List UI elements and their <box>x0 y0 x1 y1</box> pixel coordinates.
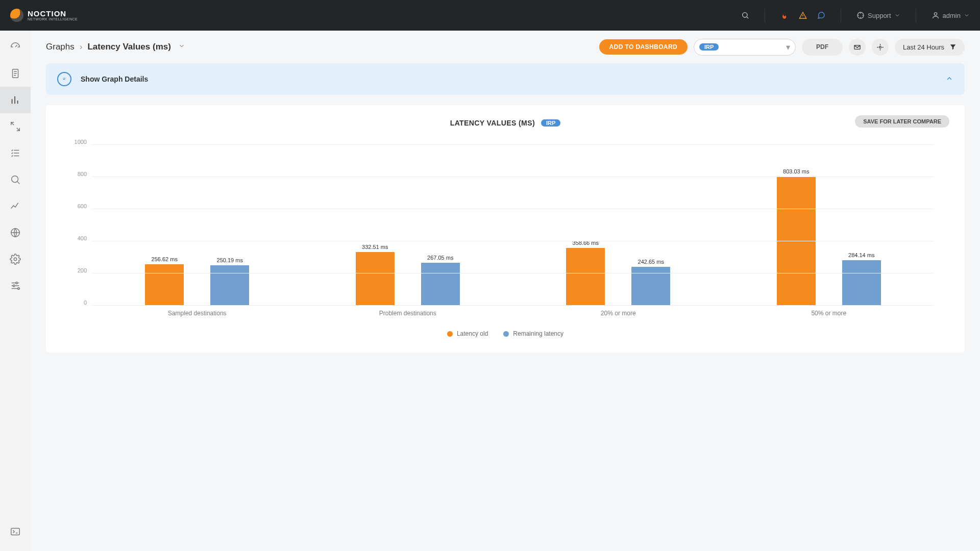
chart-bar[interactable]: 332.51 ms <box>356 252 395 306</box>
sidebar-item-settings[interactable] <box>0 246 31 272</box>
filter-icon <box>949 43 957 51</box>
chart-title: LATENCY VALUES (MS) <box>450 119 535 127</box>
sidebar-item-console[interactable] <box>0 518 31 545</box>
instance-badge: IRP <box>699 43 719 51</box>
support-menu[interactable]: Support <box>856 11 900 19</box>
breadcrumb-root[interactable]: Graphs <box>46 42 75 52</box>
y-tick-label: 200 <box>66 267 87 273</box>
breadcrumb-leaf[interactable]: Latency Values (ms) <box>87 42 170 52</box>
legend-dot-icon <box>447 331 453 337</box>
bar-value-label: 284.14 ms <box>848 252 874 260</box>
top-row: Graphs › Latency Values (ms) ADD TO DASH… <box>46 31 965 63</box>
bar-value-label: 250.19 ms <box>217 257 243 265</box>
y-tick-label: 400 <box>66 235 87 241</box>
chart-group: 358.66 ms242.65 ms20% or more <box>513 145 724 306</box>
x-category-label: Problem destinations <box>303 306 513 317</box>
chart-plot: 256.62 ms250.19 msSampled destinations33… <box>61 145 949 321</box>
bar-value-label: 242.65 ms <box>638 259 664 267</box>
chart-bar[interactable]: 250.19 ms <box>210 265 249 306</box>
legend-dot-icon <box>503 331 509 337</box>
support-label: Support <box>868 12 891 19</box>
timerange-label: Last 24 Hours <box>903 43 944 51</box>
chart-group: 256.62 ms250.19 msSampled destinations <box>92 145 303 306</box>
svg-point-6 <box>14 258 17 261</box>
y-tick-label: 800 <box>66 171 87 177</box>
details-label: Show Graph Details <box>81 75 148 83</box>
noction-logo-icon <box>10 9 23 22</box>
bar-value-label: 267.05 ms <box>427 255 453 263</box>
brand-name: NOCTION <box>28 10 78 17</box>
sidebar-item-list[interactable] <box>0 140 31 166</box>
sidebar-item-graphs[interactable] <box>0 87 31 113</box>
target-button[interactable] <box>872 39 889 56</box>
legend-remaining-latency[interactable]: Remaining latency <box>503 330 564 337</box>
brand-logo[interactable]: NOCTION NETWORK INTELLIGENCE <box>10 9 78 22</box>
legend-latency-old[interactable]: Latency old <box>447 330 488 337</box>
bar-value-label: 256.62 ms <box>152 256 178 264</box>
svg-point-4 <box>12 176 18 183</box>
x-category-label: 20% or more <box>513 306 724 317</box>
chart-card: LATENCY VALUES (MS) IRP SAVE FOR LATER C… <box>46 105 965 353</box>
y-tick-label: 0 <box>66 299 87 306</box>
chart-title-badge: IRP <box>541 119 560 127</box>
chat-icon[interactable] <box>817 11 825 19</box>
sidebar-item-dashboard[interactable] <box>0 34 31 60</box>
chart-legend: Latency old Remaining latency <box>61 330 949 337</box>
chart-bar[interactable]: 256.62 ms <box>145 264 184 306</box>
brand-tagline: NETWORK INTELLIGENCE <box>28 17 78 21</box>
svg-point-7 <box>16 282 18 284</box>
chart-bar[interactable]: 358.66 ms <box>566 248 605 306</box>
svg-point-9 <box>18 288 20 290</box>
svg-point-12 <box>879 46 881 48</box>
sidebar-item-reports[interactable] <box>0 60 31 87</box>
app-header: NOCTION NETWORK INTELLIGENCE Support adm… <box>0 0 980 31</box>
sidebar-item-sliders[interactable] <box>0 272 31 299</box>
y-tick-label: 1000 <box>66 139 87 145</box>
sidebar-item-search[interactable] <box>0 166 31 193</box>
email-button[interactable] <box>849 39 866 56</box>
chevron-up-icon <box>945 74 953 84</box>
details-icon <box>57 72 71 86</box>
sidebar-item-reduce[interactable] <box>0 113 31 140</box>
chevron-right-icon: › <box>80 42 83 52</box>
chart-group: 332.51 ms267.05 msProblem destinations <box>303 145 513 306</box>
sidebar <box>0 31 31 551</box>
user-label: admin <box>943 12 961 19</box>
svg-point-0 <box>743 13 747 17</box>
y-tick-label: 600 <box>66 203 87 209</box>
chart-group: 803.03 ms284.14 ms50% or more <box>724 145 935 306</box>
svg-point-2 <box>934 13 937 15</box>
x-category-label: 50% or more <box>724 306 935 317</box>
chart-bar[interactable]: 267.05 ms <box>421 263 460 306</box>
x-category-label: Sampled destinations <box>92 306 303 317</box>
sidebar-item-globe[interactable] <box>0 219 31 246</box>
chevron-down-icon[interactable] <box>178 42 185 52</box>
export-pdf-button[interactable]: PDF <box>802 39 843 56</box>
save-for-compare-button[interactable]: SAVE FOR LATER COMPARE <box>855 115 949 128</box>
breadcrumb: Graphs › Latency Values (ms) <box>46 42 185 52</box>
timerange-select[interactable]: Last 24 Hours <box>895 39 965 56</box>
search-icon[interactable] <box>741 11 749 19</box>
alert-warning-icon[interactable] <box>799 11 807 19</box>
svg-point-8 <box>13 285 15 287</box>
svg-rect-10 <box>11 529 20 535</box>
sidebar-item-trend[interactable] <box>0 193 31 219</box>
caret-down-icon: ▾ <box>786 42 790 52</box>
bar-value-label: 803.03 ms <box>783 168 809 177</box>
show-details-banner[interactable]: Show Graph Details <box>46 63 965 95</box>
add-to-dashboard-button[interactable]: ADD TO DASHBOARD <box>599 39 688 55</box>
main-content: Graphs › Latency Values (ms) ADD TO DASH… <box>31 31 980 551</box>
chart-bar[interactable]: 284.14 ms <box>842 260 881 306</box>
alert-fire-icon[interactable] <box>780 11 789 19</box>
bar-value-label: 332.51 ms <box>362 244 388 252</box>
instance-select[interactable]: IRP ▾ <box>694 39 796 56</box>
user-menu[interactable]: admin <box>932 11 970 19</box>
